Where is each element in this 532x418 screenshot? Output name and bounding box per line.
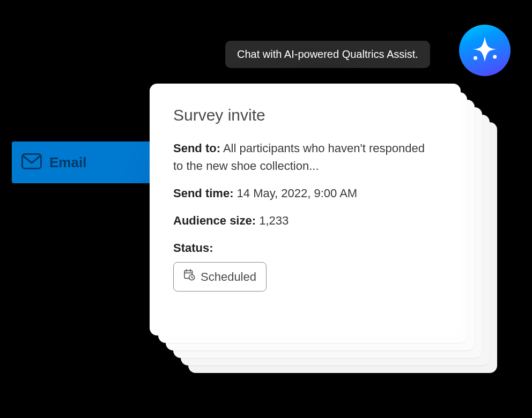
status-field: Status: Scheduled (173, 239, 437, 292)
email-tab-label: Email (49, 154, 86, 171)
send-time-label: Send time: (173, 186, 233, 200)
card-stack: Survey invite Send to: All participants … (150, 84, 493, 373)
audience-size-value: 1,233 (256, 214, 289, 227)
send-to-field: Send to: All participants who haven't re… (173, 139, 437, 175)
card-title: Survey invite (173, 106, 437, 124)
svg-point-1 (493, 55, 497, 59)
survey-invite-card: Survey invite Send to: All participants … (150, 84, 461, 335)
audience-size-label: Audience size: (173, 214, 256, 227)
chat-tooltip-text: Chat with AI-powered Qualtrics Assist. (237, 48, 418, 61)
send-time-value: 14 May, 2022, 9:00 AM (233, 186, 357, 200)
status-badge: Scheduled (173, 262, 267, 292)
send-time-field: Send time: 14 May, 2022, 9:00 AM (173, 184, 437, 202)
send-to-label: Send to: (173, 141, 220, 155)
sparkle-icon (470, 34, 500, 66)
status-label: Status: (173, 241, 213, 255)
mail-icon (21, 153, 42, 171)
audience-size-field: Audience size: 1,233 (173, 212, 437, 229)
svg-rect-2 (23, 154, 41, 169)
status-badge-label: Scheduled (201, 268, 256, 286)
svg-point-0 (474, 56, 477, 60)
calendar-clock-icon (183, 268, 195, 286)
